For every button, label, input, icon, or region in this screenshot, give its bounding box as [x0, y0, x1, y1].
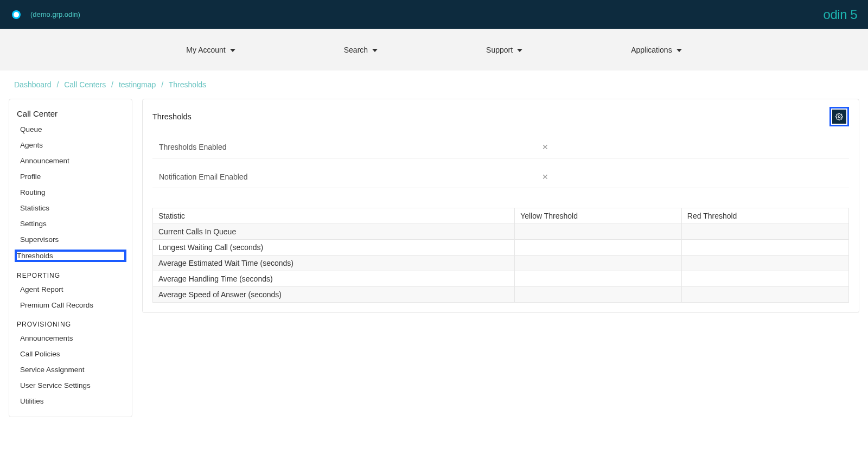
chevron-down-icon [230, 49, 235, 52]
sidebar-item-call-policies[interactable]: Call Policies [9, 346, 132, 362]
table-row: Longest Waiting Call (seconds) [153, 240, 848, 255]
menu-my-account[interactable]: My Account [186, 46, 235, 54]
notification-email-label: Notification Email Enabled [159, 173, 542, 181]
notification-email-value: ✕ [542, 173, 548, 181]
breadcrumb-thresholds[interactable]: Thresholds [169, 80, 206, 89]
breadcrumb: Dashboard / Call Centers / testingmap / … [0, 71, 868, 99]
menu-applications[interactable]: Applications [631, 46, 682, 54]
gear-icon [835, 113, 843, 120]
table-header-row: Statistic Yellow Threshold Red Threshold [153, 208, 848, 224]
menu-bar: My Account Search Support Applications [0, 29, 868, 71]
menu-my-account-label: My Account [186, 46, 225, 54]
menu-support-label: Support [486, 46, 513, 54]
thresholds-enabled-row: Thresholds Enabled ✕ [152, 137, 849, 158]
yellow-cell [515, 224, 682, 240]
sidebar-item-supervisors[interactable]: Supervisors [9, 232, 132, 247]
sidebar-item-profile[interactable]: Profile [9, 169, 132, 184]
sidebar-item-user-service-settings[interactable]: User Service Settings [9, 378, 132, 393]
menu-support[interactable]: Support [486, 46, 522, 54]
table-row: Average Estimated Wait Time (seconds) [153, 255, 848, 271]
breadcrumb-testingmap[interactable]: testingmap [119, 80, 156, 89]
statistic-cell: Longest Waiting Call (seconds) [153, 240, 515, 255]
chevron-down-icon [372, 49, 378, 52]
table-row: Average Speed of Answer (seconds) [153, 287, 848, 303]
sidebar-item-thresholds-highlight[interactable]: Thresholds [15, 250, 126, 262]
thresholds-enabled-label: Thresholds Enabled [159, 143, 542, 151]
panel-title: Thresholds [152, 112, 192, 121]
statistic-cell: Average Handling Time (seconds) [153, 271, 515, 287]
sidebar-item-statistics[interactable]: Statistics [9, 200, 132, 216]
top-bar: (demo.grp.odin) odin 5 [0, 0, 868, 29]
svg-point-0 [838, 116, 840, 118]
thresholds-enabled-value: ✕ [542, 143, 548, 151]
yellow-cell [515, 255, 682, 271]
yellow-cell [515, 271, 682, 287]
menu-search-label: Search [344, 46, 368, 54]
app-dot-icon [12, 10, 21, 19]
statistic-cell: Average Estimated Wait Time (seconds) [153, 255, 515, 271]
settings-button-highlight [829, 107, 849, 126]
sidebar-item-settings[interactable]: Settings [9, 216, 132, 232]
sidebar: Call Center Queue Agents Announcement Pr… [9, 99, 132, 417]
red-cell [681, 255, 848, 271]
sidebar-item-routing[interactable]: Routing [9, 184, 132, 200]
sidebar-item-agents[interactable]: Agents [9, 137, 132, 153]
menu-applications-label: Applications [631, 46, 672, 54]
statistic-cell: Average Speed of Answer (seconds) [153, 287, 515, 303]
sidebar-item-queue[interactable]: Queue [9, 122, 132, 137]
sidebar-item-thresholds: Thresholds [17, 252, 124, 260]
thresholds-table: Statistic Yellow Threshold Red Threshold… [153, 208, 848, 302]
breadcrumb-dashboard[interactable]: Dashboard [14, 80, 52, 89]
chevron-down-icon [517, 49, 522, 52]
content: Call Center Queue Agents Announcement Pr… [0, 99, 868, 428]
settings-button[interactable] [832, 110, 846, 124]
red-cell [681, 287, 848, 303]
yellow-cell [515, 287, 682, 303]
breadcrumb-callcenters[interactable]: Call Centers [64, 80, 106, 89]
col-red-threshold: Red Threshold [681, 208, 848, 224]
yellow-cell [515, 240, 682, 255]
sidebar-section-reporting: REPORTING [9, 264, 132, 282]
chevron-down-icon [676, 49, 682, 52]
notification-email-row: Notification Email Enabled ✕ [152, 167, 849, 188]
col-statistic: Statistic [153, 208, 515, 224]
top-bar-left: (demo.grp.odin) [12, 10, 80, 19]
sidebar-item-premium-call-records[interactable]: Premium Call Records [9, 297, 132, 313]
env-label: (demo.grp.odin) [30, 10, 80, 18]
red-cell [681, 224, 848, 240]
red-cell [681, 271, 848, 287]
table-row: Average Handling Time (seconds) [153, 271, 848, 287]
thresholds-table-wrap: Statistic Yellow Threshold Red Threshold… [152, 208, 849, 303]
sidebar-title: Call Center [9, 107, 132, 122]
breadcrumb-sep: / [111, 80, 113, 89]
sidebar-item-announcements[interactable]: Announcements [9, 330, 132, 346]
menu-search[interactable]: Search [344, 46, 378, 54]
main-panel: Thresholds Thresholds Enabled ✕ Notifica… [142, 99, 859, 313]
panel-header: Thresholds [143, 99, 859, 129]
sidebar-item-announcement[interactable]: Announcement [9, 153, 132, 169]
sidebar-section-provisioning: PROVISIONING [9, 313, 132, 330]
sidebar-item-service-assignment[interactable]: Service Assignment [9, 362, 132, 378]
breadcrumb-sep: / [161, 80, 163, 89]
table-row: Current Calls In Queue [153, 224, 848, 240]
col-yellow-threshold: Yellow Threshold [515, 208, 682, 224]
sidebar-item-utilities[interactable]: Utilities [9, 393, 132, 409]
sidebar-item-agent-report[interactable]: Agent Report [9, 282, 132, 297]
statistic-cell: Current Calls In Queue [153, 224, 515, 240]
brand-label: odin 5 [824, 7, 857, 22]
red-cell [681, 240, 848, 255]
breadcrumb-sep: / [56, 80, 59, 89]
